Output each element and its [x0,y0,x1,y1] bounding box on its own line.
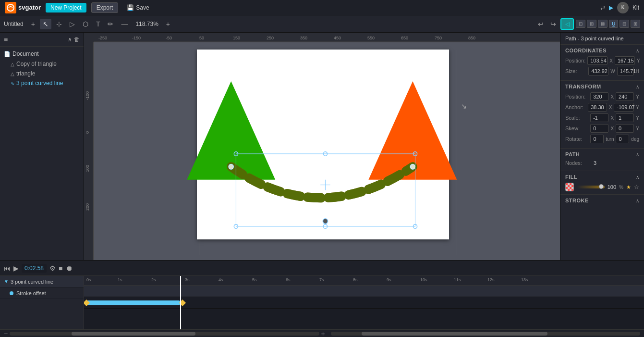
snap-icon-4[interactable]: ⊞ [631,20,640,28]
sync-icon[interactable]: ⇄ [600,4,605,11]
coordinates-toggle[interactable]: ∧ [636,48,639,53]
skew-x[interactable]: 0 [590,124,608,133]
svg-text:750: 750 [435,36,442,40]
skew-x-unit: X [610,126,614,131]
anchor-x[interactable]: 38.38 [588,103,607,112]
svg-text:150: 150 [233,36,240,40]
zoom-out-button[interactable]: − [4,330,8,337]
transform-position-label: Position: [565,94,588,100]
align-icon[interactable]: U̲ [609,20,618,28]
pen-tool-button[interactable]: ✏ [105,19,116,29]
play-button[interactable]: ▶ [13,264,19,272]
save-button[interactable]: 💾 Save [123,3,153,12]
transform-px-unit: X [610,94,614,100]
fill-opacity-slider[interactable] [577,186,605,188]
svg-text:6s: 6s [286,277,291,282]
transform-tool-button[interactable]: ⊹ [53,19,65,29]
node-tool-button[interactable]: ▷ [67,19,78,29]
document-label: Document [12,50,39,57]
zoom-display: 118.73% [133,20,161,28]
fill-color-swatch[interactable] [565,183,574,191]
stroke-toggle[interactable]: ∧ [636,198,639,203]
svg-text:850: 850 [468,36,475,40]
redo-button[interactable]: ↪ [548,19,559,29]
anchor-x-unit: X [609,105,612,110]
tl-expand-icon[interactable]: ▼ [4,279,9,284]
transform-position-x[interactable]: 320 [590,92,608,101]
layer-item-copy-triangle[interactable]: △ Copy of triangle [0,59,84,69]
path-description: Path - 3 point curved line [560,33,644,45]
select-tool-button[interactable]: ↖ [40,19,51,29]
scale-x[interactable]: -1 [590,113,608,122]
zoom-in-button[interactable]: + [321,330,325,337]
stop-button[interactable]: ■ [59,264,62,272]
save-icon: 💾 [127,4,134,11]
transform-position-y[interactable]: 240 [616,92,634,101]
size-row: Size: 432.92 W 145.71 H [565,67,639,75]
document-icon: 📄 [4,51,11,57]
add-layer-button[interactable]: + [28,19,38,29]
fill-toggle[interactable]: ∧ [636,175,639,180]
layer-item-curved-line[interactable]: ∿ 3 point curved line [0,78,84,88]
tl-playhead[interactable] [180,276,181,329]
fill-section: Fill ∧ 100 % ★ ☆ [560,171,644,195]
tl-layer-curved-line[interactable]: ▼ 3 point curved line [0,276,84,287]
scale-y[interactable]: 1 [616,113,634,122]
nav-icons: ⇄ ▶ K Kit [600,2,639,13]
undo-button[interactable]: ↩ [535,19,546,29]
timeline-tracks: 0s 1s 2s 3s 4s 5s 6s 7s 8s 9s 10s 11s 12… [84,276,644,329]
fill-title: Fill [565,174,577,180]
rotate-val[interactable]: 0 [590,135,604,143]
transform-toggle[interactable]: ∧ [636,84,639,89]
scroll-track-right[interactable] [331,332,640,336]
scale-row: Scale: -1 X 1 Y [565,113,639,122]
playhead-button[interactable]: ◁ [560,18,574,30]
tl-track-stroke-offset [84,297,644,309]
rotate-deg[interactable]: 0 [616,135,629,143]
layer-group-document[interactable]: 📄 Document [0,49,84,59]
toolbar-right: ↩ ↪ ◁ ⊡ ⊞ ⊠ U̲ ⊟ ⊞ [535,18,640,30]
record-button[interactable]: ⏺ [66,264,73,272]
layer-item-triangle[interactable]: △ triangle [0,69,84,78]
shape-tool-button[interactable]: ⬡ [80,19,91,29]
path-toggle[interactable]: ∧ [636,152,639,157]
snap-icon-2[interactable]: ⊞ [587,20,596,28]
fill-slider-thumb [599,184,604,189]
ruler-h: -250 -150 -50 50 150 250 350 450 550 650… [94,33,560,42]
scroll-track-left[interactable] [10,332,319,336]
triangle-icon: △ [11,71,14,76]
tl-layer-stroke-offset[interactable]: Stroke offset [0,287,84,299]
delete-layer-button[interactable]: 🗑 [74,36,80,43]
snap-icon-3[interactable]: ⊠ [598,20,608,28]
rotate-row: Rotate: 0 turn 0 deg [565,135,639,143]
anchor-row: Anchor: 38.38 X -109.07 Y [565,103,639,112]
position-y-value[interactable]: 167.15 [615,56,635,65]
snap-icon-1[interactable]: ⊡ [576,20,585,28]
zoom-in-button[interactable]: + [163,19,173,29]
export-button[interactable]: Export [91,2,119,13]
position-x-value[interactable]: 103.54 [587,56,608,65]
new-project-button[interactable]: New Project [46,3,86,12]
transform-py-unit: Y [636,94,639,100]
anchor-y[interactable]: -109.07 [614,103,634,112]
play-icon[interactable]: ▶ [609,4,613,11]
fill-more-icon[interactable]: ☆ [634,184,639,190]
size-h-value[interactable]: 145.71 [617,67,634,75]
svg-text:550: 550 [367,36,375,40]
text-tool-button[interactable]: T [93,19,103,29]
timeline: ⏮ ▶ 0:02.58 ⚙ ■ ⏺ ▼ 3 point curved line … [0,260,644,337]
fill-star-icon[interactable]: ★ [626,184,631,190]
canvas-area[interactable]: -250 -150 -50 50 150 250 350 450 550 650… [84,33,560,260]
size-w-value[interactable]: 432.92 [588,67,608,75]
go-start-button[interactable]: ⏮ [4,264,11,272]
collapse-layers-button[interactable]: ∧ [68,36,72,43]
snap-icons: ⊡ ⊞ ⊠ U̲ ⊟ ⊞ [576,20,640,28]
svg-text:-250: -250 [98,36,107,40]
settings-button[interactable]: ⚙ [49,264,56,272]
skew-y[interactable]: 0 [616,124,634,133]
path-section: Path ∧ Nodes: 3 [560,149,644,171]
svg-text:11s: 11s [454,277,461,282]
minus-tool-button[interactable]: — [118,19,131,29]
svg-text:7s: 7s [319,277,324,282]
grid-icon[interactable]: ⊟ [620,20,629,28]
